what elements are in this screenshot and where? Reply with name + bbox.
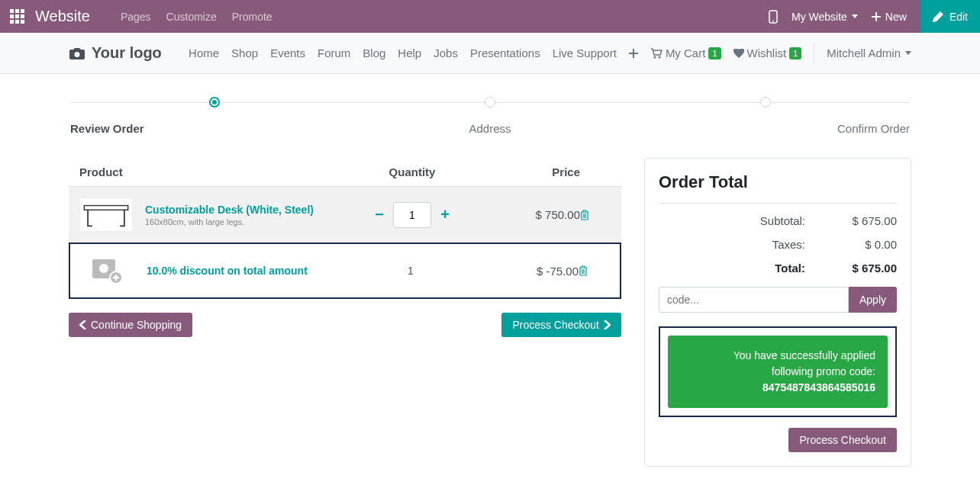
- nav-cart[interactable]: My Cart 1: [650, 47, 721, 59]
- taxes-label: Taxes:: [659, 238, 820, 251]
- wizard-step-address[interactable]: Address: [350, 97, 630, 135]
- subtotal-label: Subtotal:: [659, 214, 820, 227]
- mobile-preview-icon[interactable]: [769, 10, 778, 24]
- promo-code-input[interactable]: [659, 287, 849, 313]
- heart-icon: [733, 49, 744, 58]
- process-checkout-label: Process Checkout: [512, 319, 599, 331]
- cart-icon: [650, 48, 662, 59]
- menu-pages[interactable]: Pages: [121, 11, 151, 23]
- nav-home[interactable]: Home: [189, 47, 219, 59]
- pencil-icon: [933, 11, 943, 22]
- delete-line-button[interactable]: [580, 210, 611, 220]
- line-price: $ 750.00: [473, 208, 580, 221]
- site-header: Your logo Home Shop Events Forum Blog He…: [0, 33, 980, 74]
- promo-success-line2: following promo code:: [680, 364, 875, 380]
- header-product: Product: [79, 165, 351, 178]
- plus-icon: [872, 12, 881, 21]
- caret-down-icon: [905, 51, 911, 55]
- admin-top-nav: Website Pages Customize Promote My Websi…: [0, 0, 980, 33]
- promo-success-box: You have successfully applied following …: [659, 326, 897, 417]
- edit-button[interactable]: Edit: [920, 0, 980, 33]
- order-summary-box: Order Total Subtotal: $ 675.00 Taxes: $ …: [644, 158, 911, 467]
- app-brand[interactable]: Website: [35, 8, 90, 25]
- continue-shopping-label: Continue Shopping: [91, 319, 182, 331]
- summary-title: Order Total: [659, 172, 897, 204]
- summary-checkout-button[interactable]: Process Checkout: [788, 428, 897, 452]
- header-quantity: Quantity: [351, 165, 473, 178]
- qty-decrease-button[interactable]: −: [372, 206, 387, 223]
- new-label: New: [885, 11, 907, 23]
- wishlist-label: Wishlist: [747, 47, 787, 59]
- cart-label: My Cart: [666, 47, 706, 59]
- placeholder-image-icon: [89, 255, 127, 287]
- chevron-right-icon: [604, 320, 611, 329]
- nav-events[interactable]: Events: [270, 47, 305, 59]
- logo-text: Your logo: [92, 44, 162, 62]
- chevron-left-icon: [79, 320, 86, 329]
- camera-icon: [69, 47, 85, 60]
- user-name: Mitchell Admin: [827, 47, 901, 59]
- cart-line-item-promo: 10.0% discount on total amount 1 $ -75.0…: [69, 242, 621, 299]
- my-website-label: My Website: [791, 11, 847, 23]
- svg-point-5: [99, 264, 108, 273]
- wishlist-badge: 1: [789, 47, 801, 59]
- promo-qty: 1: [350, 265, 472, 277]
- nav-add[interactable]: [629, 49, 638, 58]
- subtotal-value: $ 675.00: [820, 214, 897, 227]
- continue-shopping-button[interactable]: Continue Shopping: [69, 313, 192, 337]
- nav-wishlist[interactable]: Wishlist 1: [733, 47, 802, 59]
- svg-point-1: [772, 20, 774, 21]
- user-dropdown[interactable]: Mitchell Admin: [827, 47, 911, 59]
- caret-down-icon: [852, 14, 858, 18]
- nav-blog[interactable]: Blog: [363, 47, 385, 59]
- nav-help[interactable]: Help: [398, 47, 421, 59]
- total-label: Total:: [659, 262, 820, 275]
- new-button[interactable]: New: [872, 11, 907, 23]
- apps-icon[interactable]: [6, 6, 27, 27]
- nav-live-support[interactable]: Live Support: [553, 47, 617, 59]
- product-description: 160x80cm, with large legs.: [145, 217, 314, 226]
- process-checkout-button[interactable]: Process Checkout: [501, 313, 621, 337]
- taxes-value: $ 0.00: [820, 238, 897, 251]
- menu-customize[interactable]: Customize: [166, 11, 217, 23]
- nav-forum[interactable]: Forum: [318, 47, 350, 59]
- menu-promote[interactable]: Promote: [232, 11, 272, 23]
- header-price: Price: [473, 165, 580, 178]
- product-image: [79, 198, 133, 232]
- edit-label: Edit: [949, 11, 968, 23]
- cart-line-item: Customizable Desk (White, Steel) 160x80c…: [69, 186, 621, 242]
- product-link[interactable]: Customizable Desk (White, Steel): [145, 204, 314, 216]
- admin-top-menu: Pages Customize Promote: [121, 11, 272, 23]
- wizard-step-review[interactable]: Review Order: [70, 97, 350, 135]
- wizard-step-confirm[interactable]: Confirm Order: [630, 97, 910, 135]
- divider: [814, 43, 814, 64]
- site-logo[interactable]: Your logo: [69, 44, 162, 62]
- cart-badge: 1: [708, 47, 720, 59]
- qty-input[interactable]: [393, 202, 431, 228]
- my-website-dropdown[interactable]: My Website: [791, 11, 858, 23]
- nav-shop[interactable]: Shop: [231, 47, 258, 59]
- cart-header-row: Product Quantity Price: [69, 158, 621, 186]
- qty-increase-button[interactable]: +: [437, 206, 453, 223]
- nav-presentations[interactable]: Presentations: [470, 47, 540, 59]
- svg-point-2: [653, 56, 656, 58]
- svg-point-3: [658, 56, 660, 58]
- promo-price: $ -75.00: [472, 265, 579, 278]
- promo-success-line1: You have successfully applied: [680, 348, 875, 364]
- promo-success-code: 8475487843864585016: [680, 380, 875, 396]
- trash-icon: [580, 210, 589, 220]
- trash-icon: [579, 265, 588, 276]
- apply-promo-button[interactable]: Apply: [849, 287, 897, 313]
- plus-icon: [629, 49, 638, 58]
- promo-link[interactable]: 10.0% discount on total amount: [147, 265, 308, 277]
- svg-rect-4: [84, 206, 127, 210]
- checkout-wizard: Review Order Address Confirm Order: [69, 97, 911, 135]
- nav-jobs[interactable]: Jobs: [434, 47, 458, 59]
- total-value: $ 675.00: [820, 262, 897, 275]
- delete-promo-button[interactable]: [579, 265, 609, 276]
